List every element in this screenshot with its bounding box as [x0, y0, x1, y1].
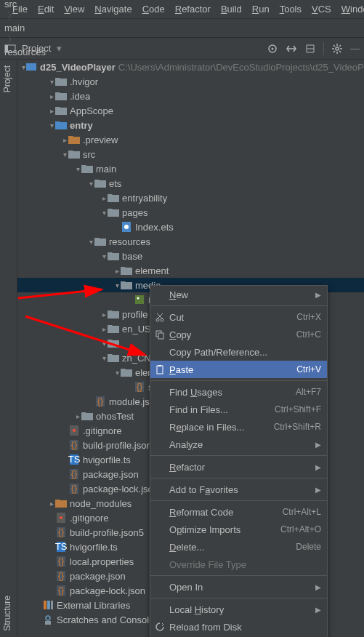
- expand-arrow-icon[interactable]: ▾: [100, 354, 108, 362]
- project-label[interactable]: Project: [22, 43, 51, 54]
- expand-arrow-icon[interactable]: ▸: [74, 412, 81, 420]
- tree-item-label: resources: [109, 236, 150, 247]
- menu-refactor[interactable]: Refactor: [170, 1, 216, 17]
- collapse-icon[interactable]: [304, 43, 316, 55]
- expand-arrow-icon[interactable]: ▸: [48, 107, 55, 115]
- expand-arrow-icon[interactable]: ▸: [113, 267, 121, 275]
- tree-item[interactable]: ▸AppScope: [17, 103, 364, 118]
- tree-item[interactable]: ▾pages: [17, 205, 364, 220]
- menu-window[interactable]: Window: [336, 1, 364, 17]
- project-view-icon[interactable]: [4, 43, 16, 55]
- menu-navigate[interactable]: Navigate: [89, 1, 137, 17]
- tree-item[interactable]: ▾src: [17, 147, 364, 161]
- menu-vcs[interactable]: VCS: [307, 1, 336, 17]
- expand-arrow-icon[interactable]: ▾: [74, 165, 81, 173]
- svg-text:{}: {}: [97, 396, 104, 406]
- tree-root[interactable]: ▾ d25_VideoPlayer C:\Users\Administrator…: [17, 60, 364, 74]
- expand-arrow-icon[interactable]: ▸: [100, 325, 108, 333]
- svg-text:{}: {}: [137, 381, 143, 392]
- tree-item-label: main: [96, 164, 116, 175]
- svg-text:{}: {}: [58, 570, 65, 581]
- menu-item-reload-from-disk[interactable]: Reload from Disk: [150, 618, 327, 636]
- submenu-arrow-icon: ▶: [315, 583, 321, 591]
- svg-text:{}: {}: [71, 468, 78, 479]
- structure-tab[interactable]: Structure: [0, 590, 15, 637]
- tree-item[interactable]: Index.ets: [17, 220, 364, 234]
- expand-icon[interactable]: [286, 43, 297, 55]
- menu-item-copy-path-reference-[interactable]: Copy Path/Reference...: [150, 343, 327, 361]
- menu-item-open-in[interactable]: Open In▶: [150, 578, 327, 596]
- tree-item[interactable]: ▾resources: [17, 234, 364, 249]
- expand-arrow-icon[interactable]: ▸: [100, 311, 108, 318]
- gear-icon[interactable]: [331, 43, 343, 55]
- dropdown-arrow-icon[interactable]: ▾: [57, 43, 62, 54]
- menu-code[interactable]: Code: [137, 1, 170, 17]
- expand-arrow-icon[interactable]: ▾: [113, 369, 121, 377]
- menu-item-label: Delete...: [169, 542, 204, 553]
- menu-item-paste[interactable]: PasteCtrl+V: [150, 361, 327, 378]
- menu-item-label: Analyze: [169, 439, 203, 450]
- svg-rect-9: [135, 295, 144, 304]
- menu-item-reformat-code[interactable]: Reformat CodeCtrl+Alt+L: [150, 503, 327, 521]
- tree-item-label: AppScope: [70, 105, 113, 116]
- breadcrumb-item[interactable]: main: [4, 23, 80, 33]
- menu-item-cut[interactable]: CutCtrl+X: [150, 308, 327, 326]
- menu-separator: [150, 598, 327, 598]
- menu-item-add-to-favorites[interactable]: Add to Favorites▶: [150, 481, 327, 498]
- menu-item-copy[interactable]: CopyCtrl+C: [150, 326, 327, 343]
- menu-item-replace-in-files-[interactable]: Replace in Files...Ctrl+Shift+R: [150, 418, 327, 436]
- expand-arrow-icon[interactable]: ▾: [100, 252, 108, 260]
- tree-item[interactable]: ▾.hvigor: [17, 74, 364, 89]
- svg-rect-37: [44, 601, 46, 609]
- menu-separator: [150, 575, 327, 576]
- tree-item[interactable]: ▸element: [17, 263, 364, 278]
- menu-build[interactable]: Build: [216, 1, 247, 17]
- tree-item[interactable]: ▾entry: [17, 118, 364, 132]
- expand-arrow-icon[interactable]: ▸: [48, 92, 55, 100]
- expand-arrow-icon[interactable]: ▸: [61, 136, 68, 144]
- menu-shortcut: Ctrl+Alt+L: [283, 507, 321, 517]
- menu-item-analyze[interactable]: Analyze▶: [150, 436, 327, 453]
- tree-item[interactable]: ▸.preview: [17, 132, 364, 147]
- menu-run[interactable]: Run: [247, 1, 275, 17]
- tree-item[interactable]: ▸entryability: [17, 191, 364, 205]
- tree-item-label: profile: [122, 309, 147, 320]
- tree-item-label: entry: [70, 120, 93, 131]
- expand-arrow-icon[interactable]: ▾: [87, 238, 94, 246]
- menu-item-local-history[interactable]: Local History▶: [150, 601, 327, 618]
- tree-item-label: .gitignore: [83, 425, 121, 436]
- expand-arrow-icon[interactable]: ▸: [100, 194, 108, 202]
- menu-item-label: Replace in Files...: [169, 422, 244, 433]
- menu-item-optimize-imports[interactable]: Optimize ImportsCtrl+Alt+O: [150, 521, 327, 538]
- tree-item-label: src: [83, 149, 95, 160]
- tree-item[interactable]: ▾ets: [17, 176, 364, 191]
- breadcrumb-item[interactable]: src: [4, 0, 80, 9]
- target-icon[interactable]: [267, 43, 278, 55]
- menu-item-delete-[interactable]: Delete...Delete: [150, 538, 327, 556]
- menu-tools[interactable]: Tools: [275, 1, 307, 17]
- svg-text:TS: TS: [55, 541, 67, 552]
- tree-item[interactable]: ▸.idea: [17, 89, 364, 103]
- reload-icon: [155, 622, 165, 632]
- expand-arrow-icon[interactable]: ▾: [87, 180, 94, 188]
- expand-arrow-icon[interactable]: ▸: [48, 500, 55, 508]
- menu-item-refactor[interactable]: Refactor▶: [150, 458, 327, 476]
- side-panel: Project Structure: [0, 60, 17, 637]
- tree-item[interactable]: ▾main: [17, 161, 364, 176]
- expand-arrow-icon[interactable]: ▾: [61, 151, 68, 159]
- minimize-icon[interactable]: —: [350, 43, 360, 54]
- root-name: d25_VideoPlayer: [40, 62, 116, 73]
- menu-shortcut: Delete: [296, 542, 321, 552]
- expand-arrow-icon[interactable]: ▾: [100, 209, 108, 217]
- menu-item-find-usages[interactable]: Find UsagesAlt+F7: [150, 383, 327, 401]
- expand-arrow-icon[interactable]: ▾: [48, 121, 55, 129]
- expand-arrow-icon[interactable]: ▾: [48, 78, 55, 86]
- tree-item-label: package-lock.json: [70, 585, 145, 596]
- project-tab[interactable]: Project: [0, 60, 15, 98]
- menu-item-find-in-files-[interactable]: Find in Files...Ctrl+Shift+F: [150, 401, 327, 418]
- expand-arrow-icon[interactable]: ▾: [113, 281, 121, 289]
- tree-item[interactable]: ▾base: [17, 249, 364, 263]
- menu-item-label: Add to Favorites: [169, 484, 238, 495]
- menu-item-new[interactable]: New▶: [150, 286, 327, 303]
- tree-item-label: build-profile.json5: [83, 440, 157, 451]
